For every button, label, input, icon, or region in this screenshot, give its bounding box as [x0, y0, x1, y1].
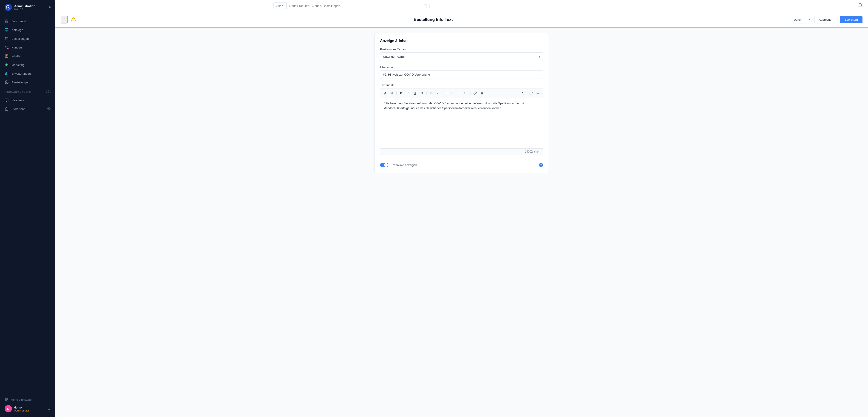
toolbar-italic-button[interactable]: I: [405, 90, 411, 96]
language-selector-wrap: Dutch German English ▾: [791, 16, 812, 24]
toolbar-undo-button[interactable]: [521, 90, 527, 96]
card-title: Anzeige & Inhalt: [380, 39, 543, 43]
trennlinie-toggle[interactable]: [380, 163, 388, 167]
kataloge-icon: [5, 28, 9, 32]
svg-rect-4: [5, 21, 6, 23]
back-button[interactable]: [61, 16, 67, 24]
toolbar-table-button[interactable]: [479, 90, 485, 96]
storefront-visibility-icon: [47, 107, 51, 111]
sidebar-item-bestellungen[interactable]: Bestellungen: [0, 34, 55, 43]
title-input[interactable]: [380, 70, 543, 79]
svg-line-16: [426, 7, 427, 7]
toggle-label: Trennlinie anzeigen: [391, 163, 417, 167]
status-dot: [49, 6, 51, 8]
toolbar-divider-4: [454, 91, 454, 95]
sidebar-footer: Menü einklappen D demo Administrator ▲: [0, 393, 55, 417]
toolbar-redo-button[interactable]: [528, 90, 534, 96]
position-label: Position des Textes: [380, 48, 543, 51]
toolbar-subscript-button[interactable]: x₂: [435, 90, 441, 96]
svg-rect-3: [7, 21, 8, 23]
cancel-button[interactable]: Abbrechen: [814, 16, 838, 24]
sidebar-item-headless[interactable]: Headless: [0, 96, 55, 105]
bestellungen-icon: [5, 36, 9, 41]
toggle-row: Trennlinie anzeigen ?: [380, 159, 543, 167]
add-channel-button[interactable]: +: [46, 90, 51, 94]
position-select-wrap: Unter den AGBs Über den AGBs Am Ende ▾: [380, 52, 543, 61]
sidebar-item-kataloge[interactable]: Kataloge: [0, 26, 55, 34]
sidebar: Administration 6.4.10.1 Dashboard Katalo…: [0, 0, 55, 417]
user-info: demo Administrator: [14, 406, 29, 412]
toolbar-list-ol-button[interactable]: [456, 90, 462, 96]
app-info: Administration 6.4.10.1: [14, 4, 35, 10]
editor-content-area[interactable]: Bitte beachten Sie, dass aufgrund der CO…: [380, 98, 543, 148]
toolbar-link-button[interactable]: [472, 90, 478, 96]
user-name: demo: [14, 406, 29, 409]
toolbar-font-group: A ⊞: [382, 90, 395, 96]
toolbar-align-button[interactable]: [444, 90, 451, 96]
storefront-icon: [5, 107, 9, 111]
app-logo: [5, 4, 12, 11]
headless-icon: [5, 98, 9, 102]
filter-chevron-icon: ▾: [282, 4, 284, 7]
user-avatar: D: [5, 405, 12, 412]
sidebar-item-label: Erweiterungen: [11, 72, 31, 76]
sidebar-item-erweiterungen[interactable]: Erweiterungen: [0, 69, 55, 78]
sidebar-item-label: Kunden: [11, 46, 22, 49]
toolbar-superscript-button[interactable]: x²: [428, 90, 434, 96]
toolbar-resize-button[interactable]: ⊞: [389, 90, 395, 96]
sidebar-item-kunden[interactable]: Kunden: [0, 43, 55, 52]
svg-point-12: [6, 82, 7, 83]
sidebar-item-label: Einstellungen: [11, 81, 29, 84]
toggle-help-icon[interactable]: ?: [539, 163, 543, 167]
svg-point-15: [424, 5, 427, 7]
toolbar-divider-1: [396, 91, 397, 95]
sidebar-item-storefront[interactable]: Storefront: [0, 105, 55, 113]
svg-point-7: [5, 46, 7, 47]
inhalte-icon: [5, 54, 9, 58]
svg-rect-5: [5, 29, 8, 31]
user-menu[interactable]: D demo Administrator ▲: [5, 403, 51, 414]
sidebar-section-verkaufskanaele: Verkaufskanäle +: [0, 87, 55, 96]
toolbar-strikethrough-button[interactable]: S: [418, 90, 425, 96]
sidebar-header: Administration 6.4.10.1: [0, 0, 55, 15]
sidebar-item-marketing[interactable]: Marketing: [0, 60, 55, 69]
content-label: Text Inhalt: [380, 83, 543, 87]
content-group: Text Inhalt A ⊞ B I U S x² x: [380, 83, 543, 155]
warning-icon: [71, 17, 76, 23]
svg-point-14: [49, 108, 50, 109]
toolbar-bold-button[interactable]: B: [398, 90, 404, 96]
save-button[interactable]: Speichern: [840, 16, 863, 23]
svg-marker-9: [5, 64, 6, 66]
sidebar-item-label: Bestellungen: [11, 37, 29, 40]
toolbar-underline-button[interactable]: U: [412, 90, 418, 96]
marketing-icon: [5, 63, 9, 67]
toolbar-font-button[interactable]: A: [382, 90, 389, 96]
page-title: Bestellung Info Text: [80, 17, 787, 22]
toolbar-list-ul-button[interactable]: [463, 90, 469, 96]
sidebar-item-label: Inhalte: [11, 55, 21, 58]
sidebar-item-inhalte[interactable]: Inhalte: [0, 52, 55, 60]
form-card: Anzeige & Inhalt Position des Textes Unt…: [374, 33, 549, 173]
toolbar-code-button[interactable]: <>: [534, 90, 541, 96]
notification-bell-icon[interactable]: [858, 3, 863, 9]
title-group: Überschrift: [380, 65, 543, 79]
topbar: Alle ▾: [55, 0, 868, 12]
svg-rect-1: [5, 20, 6, 21]
channel-label: Headless: [11, 98, 24, 102]
search-filter-button[interactable]: Alle ▾: [274, 2, 287, 9]
user-role: Administrator: [14, 409, 29, 412]
collapse-menu-button[interactable]: Menü einklappen: [5, 396, 51, 403]
sidebar-item-label: Marketing: [11, 63, 25, 67]
search-input[interactable]: [289, 4, 423, 7]
page-header: Bestellung Info Text Dutch German Englis…: [55, 12, 868, 28]
einstellungen-icon: [5, 80, 9, 84]
content-area: Anzeige & Inhalt Position des Textes Unt…: [55, 28, 868, 417]
sidebar-item-einstellungen[interactable]: Einstellungen: [0, 78, 55, 87]
position-select[interactable]: Unter den AGBs Über den AGBs Am Ende: [380, 52, 543, 61]
sidebar-item-dashboard[interactable]: Dashboard: [0, 17, 55, 26]
title-label: Überschrift: [380, 65, 543, 69]
app-version: 6.4.10.1: [14, 8, 35, 10]
erweiterungen-icon: [5, 71, 9, 76]
language-select[interactable]: Dutch German English: [791, 16, 812, 24]
char-count: 190 Zeichen: [525, 150, 540, 153]
